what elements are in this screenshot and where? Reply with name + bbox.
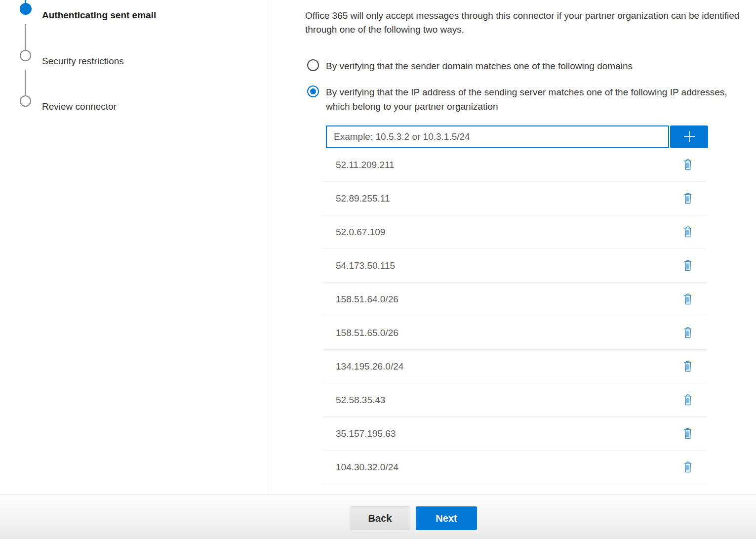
wizard-steps-sidebar: Authenticating sent email Security restr… <box>0 0 269 494</box>
ip-list-item: 104.30.32.0/24 <box>323 451 706 484</box>
ip-address-value: 52.0.67.109 <box>336 227 385 238</box>
delete-ip-button[interactable] <box>682 192 694 205</box>
ip-list-item: 52.0.67.109 <box>323 215 706 249</box>
radio-option-label: By verifying that the sender domain matc… <box>326 59 733 73</box>
ip-list-item: 158.51.65.0/26 <box>323 316 706 350</box>
trash-icon <box>683 299 693 306</box>
add-ip-button[interactable] <box>670 125 708 148</box>
ip-address-value: 52.58.35.43 <box>336 395 385 406</box>
radio-button-icon[interactable] <box>307 59 319 71</box>
delete-ip-button[interactable] <box>682 360 694 373</box>
ip-address-value: 158.51.64.0/26 <box>336 294 398 305</box>
delete-ip-button[interactable] <box>682 225 694 239</box>
ip-list-item: 134.195.26.0/24 <box>323 350 706 383</box>
wizard-footer: Back Next <box>0 494 756 539</box>
verification-option-radio[interactable]: By verifying that the IP address of the … <box>305 85 756 114</box>
ip-address-value: 52.89.255.11 <box>336 193 390 204</box>
trash-icon <box>683 366 693 373</box>
step-connector-line-2 <box>25 70 26 97</box>
trash-icon <box>683 265 693 273</box>
ip-address-value: 52.11.209.211 <box>336 160 395 170</box>
step-label: Authenticating sent email <box>42 10 156 21</box>
ip-list-item: 54.173.50.115 <box>323 249 706 283</box>
trash-icon <box>683 332 693 340</box>
delete-ip-button[interactable] <box>682 292 694 306</box>
ip-address-value: 104.30.32.0/24 <box>336 462 398 473</box>
delete-ip-button[interactable] <box>682 326 694 339</box>
step-label: Review connector <box>42 101 117 112</box>
trash-icon <box>683 433 693 441</box>
trash-icon <box>683 467 693 474</box>
delete-ip-button[interactable] <box>682 427 694 440</box>
trash-icon <box>683 165 693 172</box>
step-label: Security restrictions <box>42 56 124 67</box>
step-upcoming-circle-icon <box>20 50 31 61</box>
radio-option-label: By verifying that the IP address of the … <box>326 85 733 114</box>
ip-address-list: 52.11.209.211 52.89.255.11 <box>323 148 706 510</box>
step-connector-line-1 <box>25 24 26 52</box>
ip-list-item: 52.58.35.43 <box>323 383 706 417</box>
step-current-dot-icon <box>20 3 32 15</box>
trash-icon <box>683 400 693 407</box>
trash-icon <box>683 198 693 206</box>
radio-button-icon[interactable] <box>307 85 319 97</box>
verification-option-radio[interactable]: By verifying that the sender domain matc… <box>305 59 756 73</box>
back-button[interactable]: Back <box>350 506 410 530</box>
ip-list-item: 52.11.209.211 <box>323 148 706 182</box>
verification-options: By verifying that the sender domain matc… <box>305 59 756 114</box>
ip-address-value: 134.195.26.0/24 <box>336 361 403 372</box>
ip-list-item: 35.157.195.63 <box>323 417 706 451</box>
plus-icon <box>682 129 697 145</box>
delete-ip-button[interactable] <box>682 158 694 171</box>
connector-wizard-page: Authenticating sent email Security restr… <box>0 0 756 539</box>
ip-address-value: 158.51.65.0/26 <box>336 328 398 338</box>
next-button[interactable]: Next <box>416 506 477 530</box>
main-content: Office 365 will only accept messages thr… <box>305 0 756 494</box>
ip-input-row <box>326 125 708 148</box>
delete-ip-button[interactable] <box>682 259 694 272</box>
intro-text: Office 365 will only accept messages thr… <box>305 9 750 37</box>
ip-address-input[interactable] <box>326 125 669 148</box>
ip-list-item: 52.89.255.11 <box>323 182 706 215</box>
ip-list-item: 158.51.64.0/26 <box>323 283 706 316</box>
trash-icon <box>683 232 693 239</box>
ip-address-value: 35.157.195.63 <box>336 428 396 439</box>
delete-ip-button[interactable] <box>682 460 694 474</box>
delete-ip-button[interactable] <box>682 393 694 407</box>
ip-address-value: 54.173.50.115 <box>336 260 395 271</box>
step-upcoming-circle-icon <box>20 95 31 107</box>
